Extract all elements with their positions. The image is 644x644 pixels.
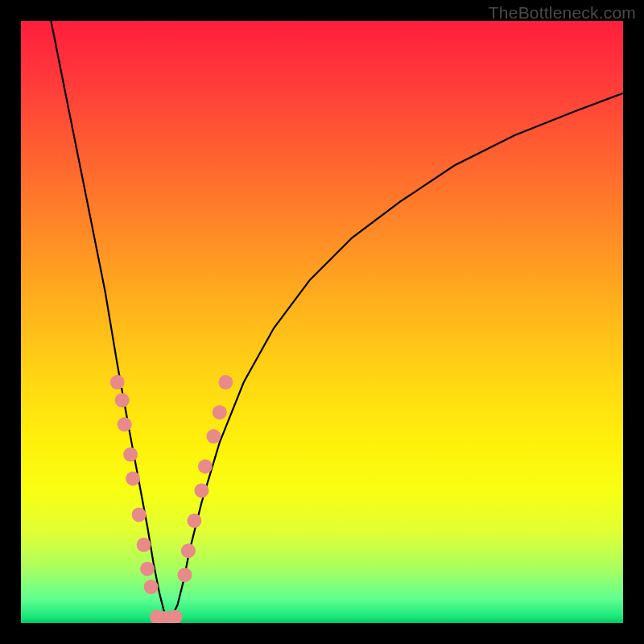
scatter-dot [123,448,138,462]
scatter-dot [118,417,132,431]
scatter-dot [206,429,221,444]
chart-svg [21,21,623,623]
scatter-dot [132,507,147,522]
scatter-dot [115,393,130,407]
watermark-text: TheBottleneck.com [489,3,636,23]
scatter-dot [126,472,140,486]
scatter-dot [218,375,233,390]
scatter-dot [137,538,151,552]
bottleneck-curve [51,21,623,617]
scatter-dot [144,580,159,594]
scatter-dot [110,375,125,390]
scatter-dot [181,543,196,558]
scatter-dots [110,375,233,623]
scatter-dot [213,405,227,419]
scatter-dot [198,460,213,474]
scatter-dot [178,568,192,582]
scatter-dot [140,562,155,576]
scatter-dot [194,483,208,497]
scatter-dot [187,514,201,528]
